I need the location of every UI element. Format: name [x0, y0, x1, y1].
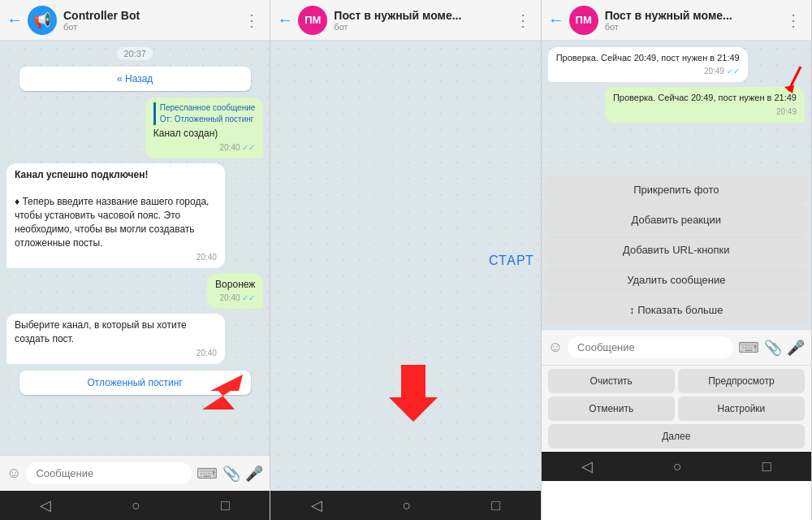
chat-body-p2: СТАРТ: [270, 41, 540, 491]
menu-show-more[interactable]: ↕ Показать больше: [545, 296, 808, 324]
input-bar-p1: ☺ ⌨ 📎 🎤: [0, 455, 270, 491]
header-panel1: ← 📢 Controller Bot бот ⋮: [0, 0, 270, 41]
header-info-p2: Пост в нужный моме... бот: [334, 9, 511, 32]
btn-preview[interactable]: Предпросмотр: [678, 369, 805, 393]
timestamp-p1: 20:37: [117, 47, 153, 60]
nav-back-p1[interactable]: ◁: [40, 496, 51, 514]
mic-icon-p3[interactable]: 🎤: [787, 339, 805, 357]
chat-name-p2: Пост в нужный моме...: [334, 9, 511, 22]
header-info-p3: Пост в нужный моме... бот: [605, 9, 782, 32]
msg-forwarded: Пересланное сообщениеОт: Отложенный пост…: [6, 98, 263, 158]
bubble-forwarded: Пересланное сообщениеОт: Отложенный пост…: [145, 98, 264, 158]
nav-recents-p1[interactable]: □: [221, 497, 230, 514]
nav-back-p2[interactable]: ◁: [311, 496, 322, 514]
header-panel2: ← ПМ Пост в нужный моме... бот ⋮: [270, 0, 540, 41]
more-menu-p2[interactable]: ⋮: [512, 11, 534, 30]
menu-attach-photo[interactable]: Прикрепить фото: [545, 176, 808, 204]
arrow-p1: [194, 370, 259, 411]
time-check-top: 20:49: [556, 66, 740, 77]
svg-marker-0: [202, 375, 243, 410]
chat-sub-p3: бот: [605, 22, 782, 32]
start-button[interactable]: СТАРТ: [489, 254, 534, 268]
time-check-out: 20:49: [613, 106, 797, 118]
nav-home-p3[interactable]: ○: [673, 458, 682, 475]
forwarded-text: Канал создан): [153, 127, 256, 141]
text-voronezh: Воронеж: [215, 278, 255, 292]
avatar-text-p2: ПМ: [304, 14, 321, 26]
message-input-p3[interactable]: [568, 336, 733, 358]
btn-clear[interactable]: Очистить: [548, 369, 675, 393]
avatar-p3: ПМ: [569, 6, 598, 35]
text-connected: ♦ Теперь введите название вашего города,…: [15, 182, 217, 250]
bottom-nav-p2: ◁ ○ □: [270, 491, 540, 520]
nav-recents-p2[interactable]: □: [491, 497, 500, 514]
time-voronezh: 20:40: [215, 292, 255, 304]
back-button-p2[interactable]: ←: [277, 11, 293, 29]
back-button-p1[interactable]: ←: [6, 11, 23, 29]
posting-btn-wrapper: Отложенный постинг: [19, 369, 251, 396]
time-select: 20:40: [15, 348, 217, 359]
msg-voronezh: Воронеж 20:40: [6, 273, 263, 310]
msg-connected: Канал успешно подключен! ♦ Теперь введит…: [6, 163, 263, 268]
text-select: Выберите канал, в который вы хотите созд…: [15, 318, 217, 346]
chat-sub-p2: бот: [334, 22, 511, 32]
header-panel3: ← ПМ Пост в нужный моме... бот ⋮: [542, 0, 811, 41]
mic-icon-p1[interactable]: 🎤: [245, 465, 263, 483]
nav-home-p2[interactable]: ○: [403, 497, 412, 514]
bubble-check-out: Проверка. Сейчас 20:49, пост нужен в 21:…: [605, 87, 805, 122]
menu-delete-msg[interactable]: Удалить сообщение: [545, 266, 808, 294]
panel-post-timing: ← ПМ Пост в нужный моме... бот ⋮ СТАРТ ◁…: [270, 0, 541, 520]
btn-next[interactable]: Далее: [548, 424, 805, 448]
more-menu-p3[interactable]: ⋮: [782, 11, 805, 30]
chat-name-p1: Controller Bot: [63, 9, 240, 22]
avatar-p1: 📢: [28, 6, 57, 35]
chat-sub-p1: бот: [63, 22, 240, 32]
header-info-p1: Controller Bot бот: [63, 9, 240, 32]
bold-text-connected: Канал успешно подключен!: [15, 169, 148, 180]
emoji-icon-p3[interactable]: ☺: [548, 339, 563, 356]
input-bar-p3: ☺ ⌨ 📎 🎤: [542, 329, 811, 365]
message-input-p1[interactable]: [26, 462, 192, 484]
msg-select-channel: Выберите канал, в который вы хотите созд…: [6, 314, 263, 364]
msg-time-1: 20:40: [153, 142, 256, 154]
bottom-nav-p3: ◁ ○ □: [542, 452, 811, 481]
msg-check-incoming-top: Проверка. Сейчас 20:49, пост нужен в 21:…: [548, 47, 805, 82]
keyboard-icon-p3[interactable]: ⌨: [738, 339, 759, 357]
panel-controller-bot: ← 📢 Controller Bot бот ⋮ 20:37 « Назад П…: [0, 0, 270, 520]
time-connected: 20:40: [15, 252, 217, 263]
bubble-select: Выберите канал, в который вы хотите созд…: [6, 314, 225, 364]
avatar-text-p3: ПМ: [576, 14, 592, 26]
btn-cancel[interactable]: Отменить: [548, 396, 675, 421]
nav-recents-p3[interactable]: □: [762, 458, 771, 475]
back-button-p3[interactable]: ←: [548, 11, 564, 29]
attach-icon-p1[interactable]: 📎: [222, 465, 240, 483]
arrow-p3: [776, 63, 811, 95]
bubble-check-top: Проверка. Сейчас 20:49, пост нужен в 21:…: [548, 47, 748, 82]
more-menu-p1[interactable]: ⋮: [240, 11, 263, 30]
menu-add-url[interactable]: Добавить URL-кнопки: [545, 236, 808, 264]
attach-icon-p3[interactable]: 📎: [764, 339, 782, 357]
svg-marker-1: [389, 365, 438, 422]
menu-add-reactions[interactable]: Добавить реакции: [545, 206, 808, 234]
arrow-p2: [373, 361, 438, 426]
bubble-voronezh: Воронеж 20:40: [207, 273, 263, 310]
avatar-p2: ПМ: [298, 6, 327, 35]
bubble-connected: Канал успешно подключен! ♦ Теперь введит…: [6, 163, 225, 268]
back-chat-btn[interactable]: « Назад: [19, 67, 251, 91]
text-check-top: Проверка. Сейчас 20:49, пост нужен в 21:…: [556, 52, 740, 64]
panel-post-menu: ← ПМ Пост в нужный моме... бот ⋮ Проверк…: [542, 0, 812, 520]
menu-items-container: Прикрепить фото Добавить реакции Добавит…: [542, 171, 811, 329]
btn-settings[interactable]: Настройки: [678, 396, 805, 421]
action-buttons-container: Очистить Предпросмотр Отменить Настройки…: [542, 365, 811, 452]
nav-home-p1[interactable]: ○: [132, 497, 140, 514]
emoji-icon-p1[interactable]: ☺: [6, 465, 21, 482]
keyboard-icon-p1[interactable]: ⌨: [197, 465, 218, 483]
chat-name-p3: Пост в нужный моме...: [605, 9, 782, 22]
chat-body-p1: 20:37 « Назад Пересланное сообщениеОт: О…: [0, 41, 270, 455]
chat-body-p3: Проверка. Сейчас 20:49, пост нужен в 21:…: [542, 41, 811, 171]
text-check-out: Проверка. Сейчас 20:49, пост нужен в 21:…: [613, 92, 797, 104]
msg-check-outgoing: Проверка. Сейчас 20:49, пост нужен в 21:…: [548, 87, 805, 122]
forwarded-label: Пересланное сообщениеОт: Отложенный пост…: [153, 102, 256, 125]
svg-marker-4: [784, 85, 794, 93]
nav-back-p3[interactable]: ◁: [581, 457, 593, 475]
